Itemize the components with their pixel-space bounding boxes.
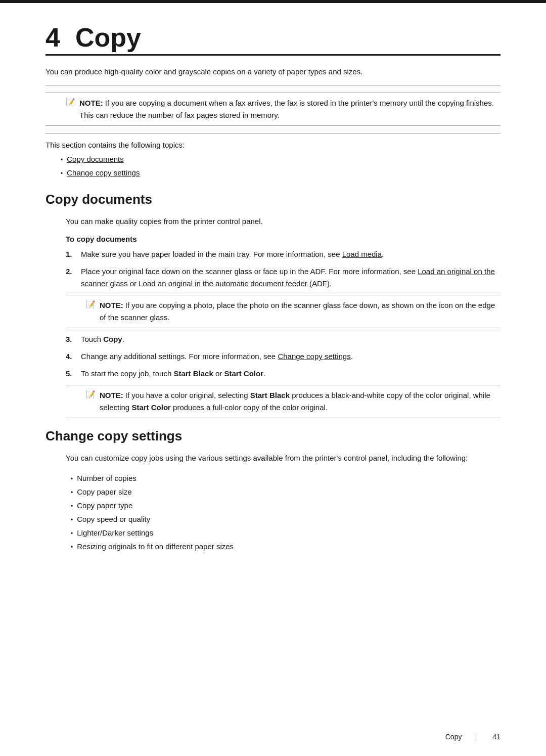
note-text-2: NOTE: If you are copying a photo, place … — [100, 299, 500, 324]
step-text-5: To start the copy job, touch Start Black… — [81, 368, 500, 380]
chapter-number: 4 — [46, 23, 60, 52]
section-copy-documents: Copy documents You can make quality copi… — [46, 192, 500, 418]
list-item-resizing-text: Resizing originals to fit on different p… — [77, 540, 234, 553]
steps-list-2: 3. Touch Copy. 4. Change any additional … — [66, 333, 500, 380]
note-body-3: If you have a color original, selecting … — [100, 391, 490, 412]
page-footer: Copy 41 — [0, 733, 546, 741]
note-content-2: 📝 NOTE: If you are copying a photo, plac… — [66, 299, 500, 324]
step-number-1: 1. — [66, 248, 75, 260]
footer-chapter-label: Copy — [445, 733, 462, 741]
footer-page-number: 41 — [492, 733, 500, 741]
procedure-heading: To copy documents — [66, 235, 500, 243]
list-item-paper-size-text: Copy paper size — [77, 485, 131, 499]
step-number-3: 3. — [66, 333, 75, 345]
step-5: 5. To start the copy job, touch Start Bl… — [66, 368, 500, 380]
divider-2 — [46, 133, 500, 134]
note-box-2: 📝 NOTE: If you are copying a photo, plac… — [66, 295, 500, 328]
step-4: 4. Change any additional settings. For m… — [66, 350, 500, 363]
note-label-1: NOTE: — [79, 99, 103, 107]
chapter-title: Copy — [75, 23, 141, 52]
bold-copy: Copy — [103, 335, 122, 343]
footer-content: Copy 41 — [445, 733, 500, 741]
topics-label: This section contains the following topi… — [46, 141, 500, 149]
note-text-3: NOTE: If you have a color original, sele… — [100, 389, 500, 414]
note-label-3: NOTE: — [100, 391, 123, 399]
list-item: Change copy settings — [61, 166, 500, 180]
list-item: Copy documents — [61, 152, 500, 166]
list-item-lighter-darker: Lighter/Darker settings — [71, 526, 500, 540]
note-content-1: 📝 NOTE: If you are copying a document wh… — [46, 97, 500, 121]
bold-start-color: Start Color — [224, 369, 264, 378]
list-item-lighter-darker-text: Lighter/Darker settings — [77, 526, 153, 540]
link-change-copy-settings[interactable]: Change copy settings — [67, 166, 140, 180]
bold-start-black: Start Black — [173, 369, 213, 378]
note-box-3: 📝 NOTE: If you have a color original, se… — [66, 385, 500, 418]
list-item-copies: Number of copies — [71, 471, 500, 485]
note-box-2-wrapper: 📝 NOTE: If you are copying a photo, plac… — [66, 295, 500, 328]
list-item-paper-type: Copy paper type — [71, 499, 500, 512]
section-heading-copy-documents: Copy documents — [46, 192, 500, 209]
list-item-speed-quality-text: Copy speed or quality — [77, 512, 150, 526]
list-item-paper-type-text: Copy paper type — [77, 499, 132, 512]
note-body-2: If you are copying a photo, place the ph… — [100, 301, 495, 322]
note-icon-1: 📝 — [66, 98, 75, 107]
note-box-1: 📝 NOTE: If you are copying a document wh… — [46, 93, 500, 126]
intro-paragraph: You can produce high-quality color and g… — [46, 66, 455, 78]
step-text-4: Change any additional settings. For more… — [81, 350, 500, 363]
page-container: 4 Copy You can produce high-quality colo… — [0, 0, 546, 756]
section-heading-change-copy-settings: Change copy settings — [46, 428, 500, 446]
section-change-copy-settings-intro: You can customize copy jobs using the va… — [46, 452, 500, 464]
step-2: 2. Place your original face down on the … — [66, 265, 500, 290]
step-text-2: Place your original face down on the sca… — [81, 265, 500, 290]
steps-list-1: 1. Make sure you have paper loaded in th… — [66, 248, 500, 290]
link-copy-documents[interactable]: Copy documents — [67, 152, 124, 166]
content-area: 4 Copy You can produce high-quality colo… — [0, 3, 546, 589]
note-content-3: 📝 NOTE: If you have a color original, se… — [66, 389, 500, 414]
link-load-media[interactable]: Load media — [342, 250, 382, 258]
note-icon-3: 📝 — [86, 390, 96, 399]
note-body-1: If you are copying a document when a fax… — [79, 99, 494, 119]
topics-list: Copy documents Change copy settings — [61, 152, 500, 180]
list-item-copies-text: Number of copies — [77, 471, 136, 485]
list-item-paper-size: Copy paper size — [71, 485, 500, 499]
section-change-copy-settings: Change copy settings You can customize c… — [46, 428, 500, 553]
divider-1 — [46, 85, 500, 85]
note-label-2: NOTE: — [100, 301, 123, 309]
link-change-copy-settings-ref[interactable]: Change copy settings — [278, 352, 350, 361]
list-item-resizing: Resizing originals to fit on different p… — [71, 540, 500, 553]
step-number-4: 4. — [66, 350, 75, 363]
change-copy-settings-list: Number of copies Copy paper size Copy pa… — [71, 471, 500, 553]
link-load-adf[interactable]: Load an original in the automatic docume… — [139, 279, 330, 288]
step-1: 1. Make sure you have paper loaded in th… — [66, 248, 500, 260]
step-number-5: 5. — [66, 368, 75, 380]
chapter-heading: 4 Copy — [46, 23, 500, 56]
step-text-1: Make sure you have paper loaded in the m… — [81, 248, 500, 260]
footer-divider — [477, 733, 477, 741]
note-icon-2: 📝 — [86, 300, 96, 309]
topics-section: This section contains the following topi… — [46, 141, 500, 180]
bold-start-color-note: Start Color — [131, 403, 171, 412]
step-3: 3. Touch Copy. — [66, 333, 500, 345]
note-text-1: NOTE: If you are copying a document when… — [79, 97, 500, 121]
section-copy-documents-intro: You can make quality copies from the pri… — [46, 215, 500, 228]
step-text-3: Touch Copy. — [81, 333, 500, 345]
list-item-speed-quality: Copy speed or quality — [71, 512, 500, 526]
note-box-3-wrapper: 📝 NOTE: If you have a color original, se… — [66, 385, 500, 418]
step-number-2: 2. — [66, 265, 75, 278]
bold-start-black-note: Start Black — [250, 391, 290, 399]
